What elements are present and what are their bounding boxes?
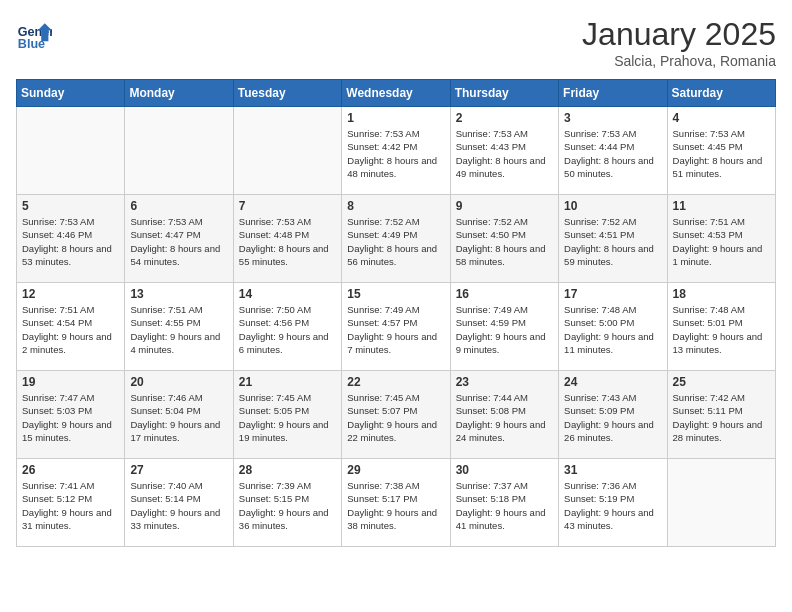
- day-info: Sunrise: 7:43 AMSunset: 5:09 PMDaylight:…: [564, 391, 661, 444]
- day-number: 12: [22, 287, 119, 301]
- day-info: Sunrise: 7:45 AMSunset: 5:05 PMDaylight:…: [239, 391, 336, 444]
- calendar-table: SundayMondayTuesdayWednesdayThursdayFrid…: [16, 79, 776, 547]
- calendar-cell: 2Sunrise: 7:53 AMSunset: 4:43 PMDaylight…: [450, 107, 558, 195]
- calendar-cell: 6Sunrise: 7:53 AMSunset: 4:47 PMDaylight…: [125, 195, 233, 283]
- calendar-cell: 28Sunrise: 7:39 AMSunset: 5:15 PMDayligh…: [233, 459, 341, 547]
- day-number: 26: [22, 463, 119, 477]
- calendar-cell: 10Sunrise: 7:52 AMSunset: 4:51 PMDayligh…: [559, 195, 667, 283]
- calendar-cell: 3Sunrise: 7:53 AMSunset: 4:44 PMDaylight…: [559, 107, 667, 195]
- day-number: 29: [347, 463, 444, 477]
- day-info: Sunrise: 7:45 AMSunset: 5:07 PMDaylight:…: [347, 391, 444, 444]
- day-number: 23: [456, 375, 553, 389]
- day-number: 28: [239, 463, 336, 477]
- day-info: Sunrise: 7:39 AMSunset: 5:15 PMDaylight:…: [239, 479, 336, 532]
- week-row-3: 12Sunrise: 7:51 AMSunset: 4:54 PMDayligh…: [17, 283, 776, 371]
- day-number: 9: [456, 199, 553, 213]
- calendar-cell: 18Sunrise: 7:48 AMSunset: 5:01 PMDayligh…: [667, 283, 775, 371]
- day-info: Sunrise: 7:38 AMSunset: 5:17 PMDaylight:…: [347, 479, 444, 532]
- day-info: Sunrise: 7:52 AMSunset: 4:50 PMDaylight:…: [456, 215, 553, 268]
- week-row-1: 1Sunrise: 7:53 AMSunset: 4:42 PMDaylight…: [17, 107, 776, 195]
- calendar-cell: [125, 107, 233, 195]
- day-number: 27: [130, 463, 227, 477]
- calendar-cell: 30Sunrise: 7:37 AMSunset: 5:18 PMDayligh…: [450, 459, 558, 547]
- day-info: Sunrise: 7:48 AMSunset: 5:00 PMDaylight:…: [564, 303, 661, 356]
- day-number: 24: [564, 375, 661, 389]
- day-info: Sunrise: 7:36 AMSunset: 5:19 PMDaylight:…: [564, 479, 661, 532]
- day-number: 4: [673, 111, 770, 125]
- calendar-cell: 31Sunrise: 7:36 AMSunset: 5:19 PMDayligh…: [559, 459, 667, 547]
- calendar-cell: 13Sunrise: 7:51 AMSunset: 4:55 PMDayligh…: [125, 283, 233, 371]
- day-number: 22: [347, 375, 444, 389]
- day-info: Sunrise: 7:53 AMSunset: 4:42 PMDaylight:…: [347, 127, 444, 180]
- calendar-cell: 26Sunrise: 7:41 AMSunset: 5:12 PMDayligh…: [17, 459, 125, 547]
- calendar-cell: 14Sunrise: 7:50 AMSunset: 4:56 PMDayligh…: [233, 283, 341, 371]
- day-info: Sunrise: 7:44 AMSunset: 5:08 PMDaylight:…: [456, 391, 553, 444]
- location: Salcia, Prahova, Romania: [582, 53, 776, 69]
- calendar-cell: 15Sunrise: 7:49 AMSunset: 4:57 PMDayligh…: [342, 283, 450, 371]
- title-block: January 2025 Salcia, Prahova, Romania: [582, 16, 776, 69]
- day-info: Sunrise: 7:42 AMSunset: 5:11 PMDaylight:…: [673, 391, 770, 444]
- calendar-cell: 27Sunrise: 7:40 AMSunset: 5:14 PMDayligh…: [125, 459, 233, 547]
- day-info: Sunrise: 7:46 AMSunset: 5:04 PMDaylight:…: [130, 391, 227, 444]
- day-number: 15: [347, 287, 444, 301]
- day-info: Sunrise: 7:53 AMSunset: 4:47 PMDaylight:…: [130, 215, 227, 268]
- svg-text:Blue: Blue: [18, 37, 45, 51]
- calendar-cell: 24Sunrise: 7:43 AMSunset: 5:09 PMDayligh…: [559, 371, 667, 459]
- day-info: Sunrise: 7:51 AMSunset: 4:54 PMDaylight:…: [22, 303, 119, 356]
- calendar-cell: 9Sunrise: 7:52 AMSunset: 4:50 PMDaylight…: [450, 195, 558, 283]
- weekday-header-tuesday: Tuesday: [233, 80, 341, 107]
- day-number: 7: [239, 199, 336, 213]
- day-number: 18: [673, 287, 770, 301]
- calendar-cell: 12Sunrise: 7:51 AMSunset: 4:54 PMDayligh…: [17, 283, 125, 371]
- calendar-cell: 7Sunrise: 7:53 AMSunset: 4:48 PMDaylight…: [233, 195, 341, 283]
- day-number: 14: [239, 287, 336, 301]
- calendar-cell: [667, 459, 775, 547]
- day-number: 21: [239, 375, 336, 389]
- day-info: Sunrise: 7:53 AMSunset: 4:44 PMDaylight:…: [564, 127, 661, 180]
- calendar-cell: 4Sunrise: 7:53 AMSunset: 4:45 PMDaylight…: [667, 107, 775, 195]
- calendar-cell: 23Sunrise: 7:44 AMSunset: 5:08 PMDayligh…: [450, 371, 558, 459]
- calendar-cell: 17Sunrise: 7:48 AMSunset: 5:00 PMDayligh…: [559, 283, 667, 371]
- day-info: Sunrise: 7:52 AMSunset: 4:49 PMDaylight:…: [347, 215, 444, 268]
- day-info: Sunrise: 7:53 AMSunset: 4:43 PMDaylight:…: [456, 127, 553, 180]
- day-number: 25: [673, 375, 770, 389]
- calendar-cell: 25Sunrise: 7:42 AMSunset: 5:11 PMDayligh…: [667, 371, 775, 459]
- day-number: 13: [130, 287, 227, 301]
- week-row-4: 19Sunrise: 7:47 AMSunset: 5:03 PMDayligh…: [17, 371, 776, 459]
- week-row-5: 26Sunrise: 7:41 AMSunset: 5:12 PMDayligh…: [17, 459, 776, 547]
- day-info: Sunrise: 7:52 AMSunset: 4:51 PMDaylight:…: [564, 215, 661, 268]
- weekday-header-wednesday: Wednesday: [342, 80, 450, 107]
- calendar-cell: 29Sunrise: 7:38 AMSunset: 5:17 PMDayligh…: [342, 459, 450, 547]
- day-info: Sunrise: 7:51 AMSunset: 4:55 PMDaylight:…: [130, 303, 227, 356]
- day-number: 20: [130, 375, 227, 389]
- day-info: Sunrise: 7:40 AMSunset: 5:14 PMDaylight:…: [130, 479, 227, 532]
- month-title: January 2025: [582, 16, 776, 53]
- day-number: 6: [130, 199, 227, 213]
- calendar-cell: 22Sunrise: 7:45 AMSunset: 5:07 PMDayligh…: [342, 371, 450, 459]
- calendar-cell: 11Sunrise: 7:51 AMSunset: 4:53 PMDayligh…: [667, 195, 775, 283]
- calendar-cell: 1Sunrise: 7:53 AMSunset: 4:42 PMDaylight…: [342, 107, 450, 195]
- day-number: 17: [564, 287, 661, 301]
- day-info: Sunrise: 7:41 AMSunset: 5:12 PMDaylight:…: [22, 479, 119, 532]
- day-number: 1: [347, 111, 444, 125]
- page-header: General Blue General Blue January 2025 S…: [16, 16, 776, 69]
- day-info: Sunrise: 7:53 AMSunset: 4:46 PMDaylight:…: [22, 215, 119, 268]
- day-info: Sunrise: 7:53 AMSunset: 4:45 PMDaylight:…: [673, 127, 770, 180]
- calendar-cell: 19Sunrise: 7:47 AMSunset: 5:03 PMDayligh…: [17, 371, 125, 459]
- calendar-cell: 8Sunrise: 7:52 AMSunset: 4:49 PMDaylight…: [342, 195, 450, 283]
- day-info: Sunrise: 7:47 AMSunset: 5:03 PMDaylight:…: [22, 391, 119, 444]
- weekday-header-friday: Friday: [559, 80, 667, 107]
- weekday-header-monday: Monday: [125, 80, 233, 107]
- logo: General Blue General Blue: [16, 16, 52, 52]
- logo-icon: General Blue: [16, 16, 52, 52]
- weekday-header-sunday: Sunday: [17, 80, 125, 107]
- day-number: 16: [456, 287, 553, 301]
- day-number: 19: [22, 375, 119, 389]
- day-info: Sunrise: 7:51 AMSunset: 4:53 PMDaylight:…: [673, 215, 770, 268]
- day-info: Sunrise: 7:49 AMSunset: 4:59 PMDaylight:…: [456, 303, 553, 356]
- day-number: 5: [22, 199, 119, 213]
- day-info: Sunrise: 7:48 AMSunset: 5:01 PMDaylight:…: [673, 303, 770, 356]
- day-info: Sunrise: 7:37 AMSunset: 5:18 PMDaylight:…: [456, 479, 553, 532]
- day-info: Sunrise: 7:53 AMSunset: 4:48 PMDaylight:…: [239, 215, 336, 268]
- day-info: Sunrise: 7:50 AMSunset: 4:56 PMDaylight:…: [239, 303, 336, 356]
